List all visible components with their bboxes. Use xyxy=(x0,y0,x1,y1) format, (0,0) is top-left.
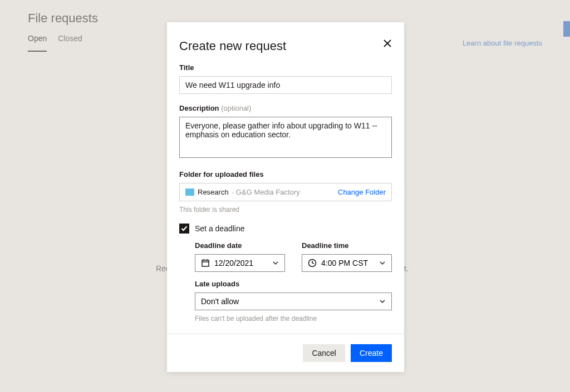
cancel-button[interactable]: Cancel xyxy=(303,344,345,362)
deadline-time-label: Deadline time xyxy=(302,241,392,250)
late-uploads-label: Late uploads xyxy=(195,280,392,288)
folder-box: Research · G&G Media Factory Change Fold… xyxy=(179,183,392,201)
svg-rect-2 xyxy=(202,260,209,266)
folder-name: Research xyxy=(198,188,229,196)
deadline-date-label: Deadline date xyxy=(195,241,285,250)
deadline-date-picker[interactable]: 12/20/2021 xyxy=(195,254,285,272)
modal-overlay: Create new request Title Description (op… xyxy=(0,0,570,392)
calendar-icon xyxy=(201,259,210,267)
folder-icon xyxy=(185,188,194,196)
folder-label: Folder for uploaded files xyxy=(179,170,392,178)
modal-body: Title Description (optional) Everyone, p… xyxy=(167,63,404,334)
modal-header: Create new request xyxy=(167,22,404,63)
deadline-checkbox-row: Set a deadline xyxy=(179,224,392,234)
change-folder-link[interactable]: Change Folder xyxy=(338,188,386,196)
folder-display: Research · G&G Media Factory xyxy=(185,188,300,196)
modal-title: Create new request xyxy=(179,39,286,53)
deadline-time-col: Deadline time 4:00 PM CST xyxy=(302,241,392,272)
chevron-down-icon xyxy=(272,260,279,266)
late-uploads-group: Late uploads Don't allow Files can't be … xyxy=(195,280,392,322)
create-button[interactable]: Create xyxy=(351,344,392,362)
deadline-checkbox[interactable] xyxy=(179,224,189,234)
title-group: Title xyxy=(179,63,392,94)
late-uploads-select[interactable]: Don't allow xyxy=(195,292,392,310)
title-label: Title xyxy=(179,63,392,72)
deadline-time-value: 4:00 PM CST xyxy=(321,259,368,267)
create-request-modal: Create new request Title Description (op… xyxy=(167,22,404,372)
title-input[interactable] xyxy=(179,76,392,94)
deadline-row: Deadline date 12/20/2021 xyxy=(195,241,392,272)
deadline-time-picker[interactable]: 4:00 PM CST xyxy=(302,254,392,272)
close-button[interactable] xyxy=(383,39,392,49)
deadline-section: Deadline date 12/20/2021 xyxy=(179,241,392,322)
description-group: Description (optional) Everyone, please … xyxy=(179,104,392,160)
folder-group: Folder for uploaded files Research · G&G… xyxy=(179,170,392,214)
chevron-down-icon xyxy=(379,260,386,266)
check-icon xyxy=(181,225,188,232)
late-uploads-helper: Files can't be uploaded after the deadli… xyxy=(195,315,392,322)
chevron-down-icon xyxy=(379,298,386,305)
close-icon xyxy=(383,39,392,48)
late-uploads-value: Don't allow xyxy=(201,297,239,306)
modal-footer: Cancel Create xyxy=(167,334,404,372)
deadline-date-value: 12/20/2021 xyxy=(214,259,253,267)
clock-icon xyxy=(308,259,317,267)
folder-path: · G&G Media Factory xyxy=(232,188,300,196)
description-input[interactable]: Everyone, please gather info about upgra… xyxy=(179,117,392,158)
folder-helper: This folder is shared xyxy=(179,206,392,214)
deadline-checkbox-label: Set a deadline xyxy=(195,224,245,233)
description-label: Description (optional) xyxy=(179,104,392,112)
deadline-date-col: Deadline date 12/20/2021 xyxy=(195,241,285,272)
